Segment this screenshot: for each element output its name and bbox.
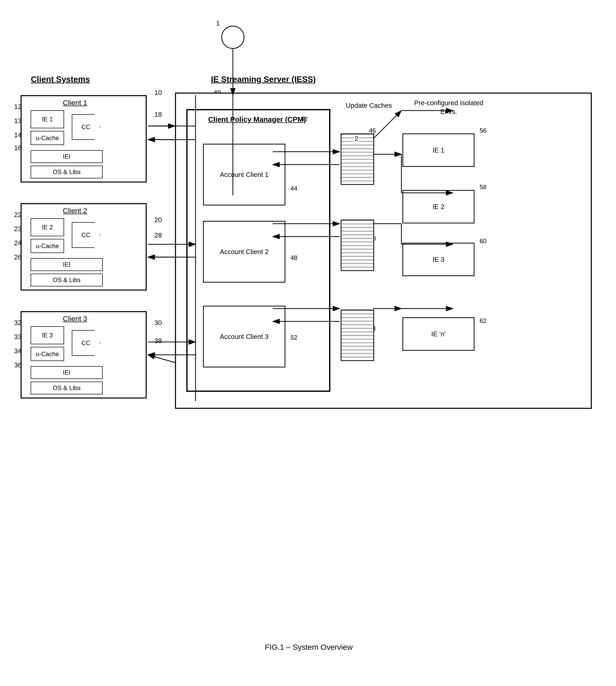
ie2-preconfigured: IE 2 xyxy=(402,190,475,224)
iei1-box: IEI xyxy=(30,150,103,163)
account-client3-box: Account Client 3 xyxy=(203,306,285,367)
client1-label: Client 1 xyxy=(63,99,87,107)
ucache2-box: u-Cache xyxy=(30,239,64,253)
oslibs2-box: OS & Libs xyxy=(30,274,103,287)
refnum-52: 52 xyxy=(290,334,298,341)
cpm-box: Client Policy Manager (CPM) 42 Account C… xyxy=(186,109,330,392)
ie1-box: IE 1 xyxy=(30,110,64,128)
refnum-12: 12 xyxy=(14,103,22,111)
account-client2-box: Account Client 2 xyxy=(203,221,285,282)
cache3-box xyxy=(341,310,374,361)
iei2-box: IEI xyxy=(30,258,103,271)
start-node xyxy=(221,26,244,49)
update-caches-label: Update Caches xyxy=(346,101,392,110)
refnum-26: 26 xyxy=(14,253,22,261)
refnum-46: 46 xyxy=(369,127,376,134)
fig-caption: FIG.1 – System Overview xyxy=(206,643,412,651)
refnum-13: 13 xyxy=(14,117,22,125)
ucache1-box: u-Cache xyxy=(30,131,64,145)
iei3-box: IEI xyxy=(30,366,103,379)
refnum-36: 36 xyxy=(14,361,22,369)
refnum-42: 42 xyxy=(301,115,308,123)
refnum-23: 23 xyxy=(14,225,22,233)
account-client1-box: Account Client 1 xyxy=(203,144,285,205)
refnum-33: 33 xyxy=(14,333,22,341)
cc2-box: CC xyxy=(72,222,100,248)
refnum-56: 56 xyxy=(480,127,487,134)
refnum-24: 24 xyxy=(14,239,22,247)
refnum-60: 60 xyxy=(480,237,487,245)
ien-preconfigured: IE 'n' xyxy=(402,317,475,351)
refnum-22: 22 xyxy=(14,211,22,219)
refnum-38: 38 xyxy=(154,337,162,345)
client3-label: Client 3 xyxy=(63,315,87,323)
client-systems-label: Client Systems xyxy=(31,74,90,84)
refnum-44: 44 xyxy=(290,185,298,192)
cpm-title: Client Policy Manager (CPM) xyxy=(208,115,306,124)
refnum-32: 32 xyxy=(14,319,22,327)
ie1-preconfigured: IE 1 xyxy=(402,134,475,167)
refnum-14: 14 xyxy=(14,131,22,139)
refnum-58: 58 xyxy=(480,184,487,191)
ie2-box: IE 2 xyxy=(30,218,64,236)
client3-box: Client 3 IE 3 u-Cache CC IEI OS & Libs xyxy=(21,311,147,398)
refnum-30: 30 xyxy=(154,319,162,327)
svg-line-7 xyxy=(148,355,175,363)
refnum-34: 34 xyxy=(14,347,22,355)
diagram: 1 Client Systems IE Streaming Server (IE… xyxy=(0,0,616,686)
ie3-preconfigured: IE 3 xyxy=(402,243,475,276)
client2-label: Client 2 xyxy=(63,207,87,215)
ucache3-box: u-Cache xyxy=(30,347,64,361)
refnum-16: 16 xyxy=(14,144,22,152)
preconfigured-label: Pre-configured Isolated Envs. xyxy=(413,99,485,116)
cc3-box: CC xyxy=(72,330,100,356)
client2-box: Client 2 IE 2 u-Cache CC IEI OS & Libs xyxy=(21,203,147,291)
ie-streaming-server-label: IE Streaming Server (IESS) xyxy=(211,74,316,84)
server-outer-box: Client Policy Manager (CPM) 42 Account C… xyxy=(175,93,592,409)
oslibs3-box: OS & Libs xyxy=(30,382,103,394)
refnum-62: 62 xyxy=(480,317,487,324)
refnum-2: 2 xyxy=(354,135,359,143)
refnum-20: 20 xyxy=(154,216,162,224)
refnum-18: 18 xyxy=(154,111,162,118)
client1-box: Client 1 IE 1 u-Cache CC IEI OS & Libs xyxy=(21,95,147,183)
ie3-inner-box: IE 3 xyxy=(30,326,64,344)
refnum-48: 48 xyxy=(290,254,298,261)
refnum-1: 1 xyxy=(216,19,220,27)
cc1-box: CC xyxy=(72,114,100,140)
refnum-28: 28 xyxy=(154,231,162,239)
cache2-box xyxy=(341,220,374,271)
refnum-10: 10 xyxy=(154,89,162,97)
oslibs1-box: OS & Libs xyxy=(30,166,103,179)
